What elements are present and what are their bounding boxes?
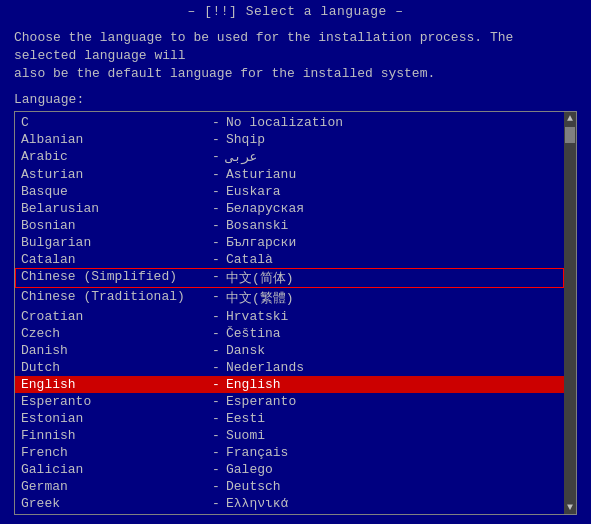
scrollbar-down[interactable]: ▼ [566, 501, 574, 514]
language-row[interactable]: Danish-Dansk [15, 342, 564, 359]
language-dash: - [206, 309, 226, 324]
language-name: French [21, 445, 206, 460]
language-name: Dutch [21, 360, 206, 375]
language-native-name: Català [226, 252, 273, 267]
language-name: Bosnian [21, 218, 206, 233]
language-dash: - [206, 218, 226, 233]
description-text: Choose the language to be used for the i… [14, 29, 577, 84]
language-name: Esperanto [21, 394, 206, 409]
language-dash: - [206, 235, 226, 250]
language-native-name: Esperanto [226, 394, 296, 409]
language-dash: - [206, 115, 226, 130]
main-content: Choose the language to be used for the i… [0, 21, 591, 519]
language-dash: - [206, 462, 226, 477]
language-name: Bulgarian [21, 235, 206, 250]
language-native-name: Asturianu [226, 167, 296, 182]
language-name: Galician [21, 462, 206, 477]
scrollbar-thumb[interactable] [565, 127, 575, 143]
title-bar: – [!!] Select a language – [0, 0, 591, 21]
language-dash: - [206, 445, 226, 460]
language-row[interactable]: Arabic-عربى [15, 148, 564, 166]
language-native-name: Ελληνικά [226, 496, 288, 511]
title-prefix: – [188, 4, 196, 19]
language-dash: - [206, 496, 226, 511]
language-row[interactable]: Basque-Euskara [15, 183, 564, 200]
language-row[interactable]: C-No localization [15, 114, 564, 131]
language-row[interactable]: Catalan-Català [15, 251, 564, 268]
language-dash: - [206, 377, 226, 392]
language-native-name: Беларуская [226, 201, 304, 216]
language-dash: - [206, 360, 226, 375]
language-name: Chinese (Simplified) [21, 269, 206, 287]
language-name: English [21, 377, 206, 392]
language-row[interactable]: Chinese (Traditional)-中文(繁體) [15, 288, 564, 308]
language-name: Chinese (Traditional) [21, 289, 206, 307]
language-row[interactable]: Esperanto-Esperanto [15, 393, 564, 410]
language-native-name: Eesti [226, 411, 265, 426]
language-native-name: 中文(简体) [226, 269, 294, 287]
language-native-name: Nederlands [226, 360, 304, 375]
language-native-name: Shqip [226, 132, 265, 147]
language-row[interactable]: Belarusian-Беларуская [15, 200, 564, 217]
language-native-name: Bosanski [226, 218, 288, 233]
language-row[interactable]: Finnish-Suomi [15, 427, 564, 444]
language-native-name: عربى [226, 149, 257, 165]
language-native-name: Deutsch [226, 479, 281, 494]
language-native-name: 中文(繁體) [226, 289, 294, 307]
language-row[interactable]: Bosnian-Bosanski [15, 217, 564, 234]
language-label: Language: [14, 92, 577, 107]
language-name: Finnish [21, 428, 206, 443]
language-row[interactable]: German-Deutsch [15, 478, 564, 495]
language-row[interactable]: Croatian-Hrvatski [15, 308, 564, 325]
language-row[interactable]: Greek-Ελληνικά [15, 495, 564, 512]
language-row[interactable]: Dutch-Nederlands [15, 359, 564, 376]
language-name: Croatian [21, 309, 206, 324]
language-name: German [21, 479, 206, 494]
language-name: Asturian [21, 167, 206, 182]
language-list[interactable]: C-No localizationAlbanian-ShqipArabic-عر… [15, 112, 564, 514]
language-row[interactable]: Czech-Čeština [15, 325, 564, 342]
language-name: Arabic [21, 149, 206, 165]
language-name: Danish [21, 343, 206, 358]
footer: <Go Back> [0, 519, 591, 524]
language-dash: - [206, 289, 226, 307]
language-native-name: Dansk [226, 343, 265, 358]
language-name: Catalan [21, 252, 206, 267]
language-dash: - [206, 269, 226, 287]
language-name: Basque [21, 184, 206, 199]
language-row[interactable]: English-English [15, 376, 564, 393]
language-dash: - [206, 411, 226, 426]
language-native-name: Euskara [226, 184, 281, 199]
language-dash: - [206, 479, 226, 494]
language-native-name: Hrvatski [226, 309, 288, 324]
language-native-name: Galego [226, 462, 273, 477]
language-row[interactable]: Galician-Galego [15, 461, 564, 478]
language-dash: - [206, 184, 226, 199]
language-row[interactable]: Estonian-Eesti [15, 410, 564, 427]
language-native-name: Suomi [226, 428, 265, 443]
language-dash: - [206, 343, 226, 358]
language-native-name: Français [226, 445, 288, 460]
scrollbar[interactable]: ▲ ▼ [564, 112, 576, 514]
language-selection-window: – [!!] Select a language – Choose the la… [0, 0, 591, 524]
language-dash: - [206, 394, 226, 409]
language-row[interactable]: Chinese (Simplified)-中文(简体) [15, 268, 564, 288]
scrollbar-up[interactable]: ▲ [566, 112, 574, 125]
language-row[interactable]: Asturian-Asturianu [15, 166, 564, 183]
language-list-container[interactable]: C-No localizationAlbanian-ShqipArabic-عر… [14, 111, 577, 515]
language-native-name: No localization [226, 115, 343, 130]
language-dash: - [206, 428, 226, 443]
language-row[interactable]: Bulgarian-Български [15, 234, 564, 251]
language-dash: - [206, 149, 226, 165]
title-suffix: – [395, 4, 403, 19]
language-dash: - [206, 201, 226, 216]
language-dash: - [206, 252, 226, 267]
language-dash: - [206, 132, 226, 147]
language-name: C [21, 115, 206, 130]
language-name: Albanian [21, 132, 206, 147]
language-native-name: Čeština [226, 326, 281, 341]
language-name: Greek [21, 496, 206, 511]
title-text: [!!] Select a language [204, 4, 387, 19]
language-row[interactable]: Albanian-Shqip [15, 131, 564, 148]
language-row[interactable]: French-Français [15, 444, 564, 461]
